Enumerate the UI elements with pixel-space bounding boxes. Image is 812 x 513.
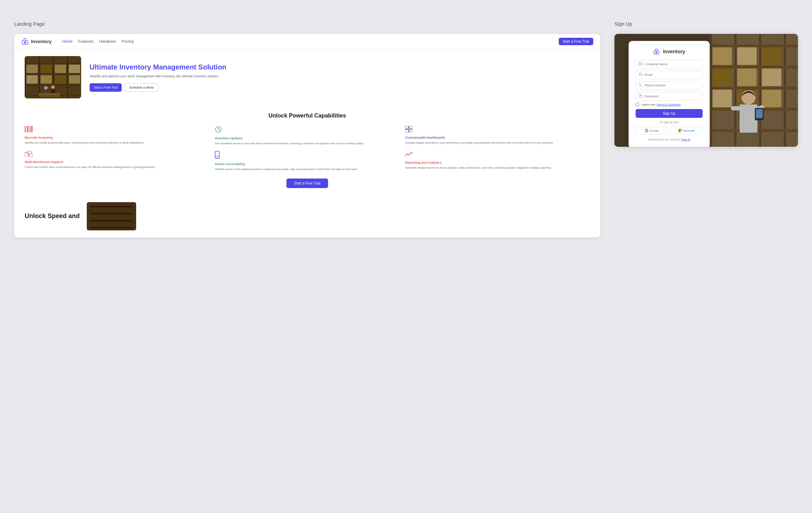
- hero-description: Simplify and optimize your stock managem…: [90, 74, 226, 79]
- google-signup-button[interactable]: Google: [636, 127, 668, 134]
- svg-rect-28: [27, 126, 28, 132]
- svg-rect-66: [762, 68, 781, 86]
- svg-point-71: [738, 117, 759, 120]
- left-panel: Landing Page Inventory Home Features Har…: [14, 21, 600, 492]
- svg-rect-63: [762, 47, 781, 65]
- hero-title: Ultimate Inventory Management Solution: [90, 63, 226, 71]
- svg-rect-53: [734, 34, 737, 147]
- svg-rect-67: [713, 90, 732, 107]
- nav-logo: Inventory: [21, 37, 52, 45]
- building-icon: [639, 62, 642, 66]
- nav-link-home[interactable]: Home: [62, 39, 73, 43]
- svg-rect-64: [713, 68, 732, 86]
- svg-rect-85: [639, 62, 642, 65]
- svg-rect-31: [31, 126, 32, 132]
- left-panel-label: Landing Page: [14, 21, 600, 27]
- google-icon: [645, 129, 648, 132]
- feature-analytics: Reporting and Analytics Generate detaile…: [405, 151, 590, 171]
- signin-prompt: Already have an account? Sign in: [636, 138, 703, 141]
- nav-link-pricing[interactable]: Pricing: [122, 39, 134, 43]
- nav-cta-button[interactable]: Start a Free Trial: [559, 38, 593, 45]
- feature-warehouse-desc: Control and monitor stock movements from…: [25, 165, 209, 169]
- email-field: [636, 71, 703, 79]
- svg-rect-90: [678, 129, 680, 130]
- signup-logo-text: Inventory: [663, 49, 685, 54]
- signup-logo: Inventory: [636, 48, 703, 55]
- microsoft-signup-button[interactable]: Microsoft: [670, 127, 703, 134]
- capabilities-cta-button[interactable]: Start a Free Trial: [286, 179, 328, 188]
- svg-rect-54: [759, 34, 761, 147]
- svg-rect-32: [25, 132, 32, 132]
- capabilities-cta-container: Start a Free Trial: [25, 179, 590, 188]
- svg-rect-55: [784, 34, 786, 147]
- hero-cta-secondary[interactable]: Schedule a demo: [125, 83, 158, 92]
- svg-rect-27: [26, 126, 26, 132]
- svg-rect-38: [405, 129, 408, 132]
- svg-rect-52: [710, 34, 712, 147]
- svg-rect-29: [29, 126, 29, 132]
- svg-rect-60: [710, 129, 798, 132]
- terms-row: I agree with Terms & Conditions: [636, 103, 703, 106]
- signin-link[interactable]: Sign in: [681, 138, 690, 141]
- email-input[interactable]: [644, 73, 699, 77]
- mobile-icon: [215, 151, 399, 160]
- svg-rect-69: [762, 90, 781, 107]
- feature-analytics-desc: Generate detailed reports on stock valua…: [405, 166, 590, 170]
- svg-rect-93: [680, 131, 681, 132]
- svg-rect-89: [640, 96, 642, 98]
- warehouse-icon: [25, 151, 209, 158]
- svg-rect-26: [25, 126, 25, 132]
- navigation: Inventory Home Features Hardware Pricing…: [14, 34, 600, 49]
- svg-rect-50: [87, 202, 136, 230]
- svg-rect-65: [737, 68, 757, 86]
- svg-rect-92: [678, 131, 680, 132]
- nav-links: Home Features Hardware Pricing: [62, 39, 134, 43]
- svg-rect-56: [710, 44, 798, 47]
- social-buttons: Google Microsoft: [636, 127, 703, 134]
- svg-rect-80: [755, 108, 764, 120]
- hero-cta-primary[interactable]: Start a Free Trial: [90, 83, 122, 92]
- feature-realtime-title: Real-time Updates: [215, 137, 399, 140]
- feature-analytics-title: Reporting and Analytics: [405, 161, 590, 164]
- dashboard-icon: [405, 126, 590, 134]
- microsoft-icon: [678, 129, 682, 132]
- company-name-input[interactable]: [644, 62, 699, 66]
- svg-rect-25: [25, 56, 81, 98]
- terms-link[interactable]: Terms & Conditions: [656, 103, 680, 106]
- svg-rect-79: [755, 104, 765, 111]
- hero-section: Ultimate Inventory Management Solution S…: [14, 49, 600, 105]
- nav-link-hardware[interactable]: Hardware: [99, 39, 116, 43]
- capabilities-section: Unlock Powerful Capabilities Barcode Sca…: [14, 105, 600, 195]
- nav-link-features[interactable]: Features: [78, 39, 93, 43]
- company-name-field: [636, 60, 703, 68]
- barcode-icon: [25, 126, 209, 134]
- phone-input[interactable]: [644, 84, 699, 87]
- logo-icon: [21, 37, 29, 45]
- feature-barcode-title: Barcode Scanning: [25, 136, 209, 139]
- svg-rect-73: [740, 104, 757, 133]
- terms-checkbox[interactable]: [636, 103, 639, 106]
- feature-warehouse: Multi-Warehouse Support Control and moni…: [25, 151, 209, 171]
- feature-mobile: Mobile Accessibility Whether you're on t…: [215, 151, 399, 171]
- svg-rect-78: [731, 106, 741, 110]
- capabilities-title: Unlock Powerful Capabilities: [25, 113, 590, 119]
- svg-rect-84: [656, 52, 658, 53]
- signup-button[interactable]: Sign Up: [636, 109, 703, 118]
- svg-point-72: [741, 90, 756, 104]
- password-input[interactable]: [644, 95, 699, 98]
- phone-field: [636, 81, 703, 90]
- svg-rect-36: [405, 126, 408, 129]
- svg-rect-68: [737, 90, 757, 107]
- teaser-image: [87, 202, 136, 230]
- feature-mobile-title: Mobile Accessibility: [215, 162, 399, 166]
- landing-card: Inventory Home Features Hardware Pricing…: [14, 34, 600, 237]
- nav-logo-text: Inventory: [31, 39, 52, 44]
- right-panel-label: Sign Up: [614, 21, 798, 27]
- signup-card: Inventory: [614, 34, 798, 147]
- feature-warehouse-title: Multi-Warehouse Support: [25, 160, 209, 164]
- features-grid: Barcode Scanning Identify and handle pro…: [25, 126, 590, 171]
- phone-icon: [639, 83, 642, 87]
- svg-line-35: [218, 129, 220, 130]
- feature-mobile-desc: Whether you're on the warehouse floor or…: [215, 167, 399, 171]
- warehouse-scene-svg: [25, 56, 81, 98]
